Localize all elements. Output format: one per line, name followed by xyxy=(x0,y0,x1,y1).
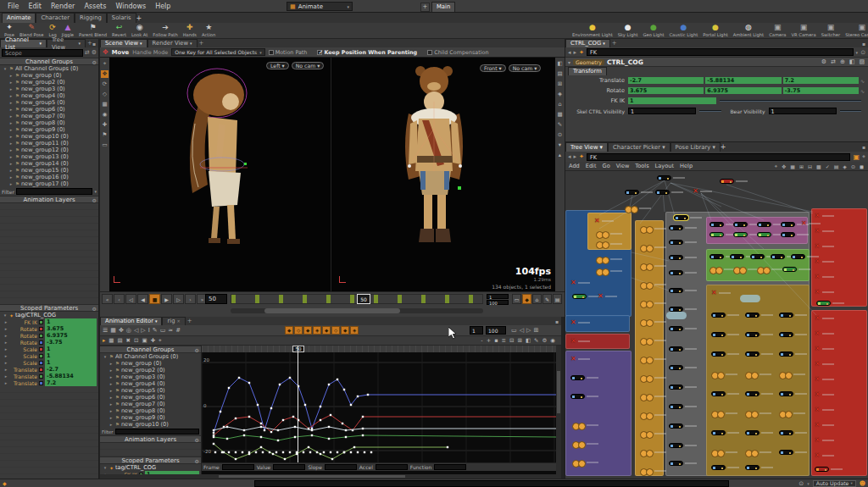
anim-view-icon[interactable]: ⊞ xyxy=(532,327,539,334)
parameter-value-field[interactable]: 6.9375 xyxy=(45,332,97,339)
network-node[interactable] xyxy=(669,384,697,390)
network-node[interactable] xyxy=(669,254,697,261)
key-field-input[interactable] xyxy=(222,464,254,470)
channel-group-row[interactable]: ▸⚑new_group7 (0) xyxy=(100,401,201,407)
params-header-icon[interactable]: ◧ xyxy=(849,58,856,65)
playbar-option-button[interactable]: ✎ xyxy=(542,294,552,304)
shelf-tool-follow-path[interactable]: ➔Follow Path xyxy=(150,24,180,37)
net-toolbar-icon[interactable]: ◈ xyxy=(842,163,848,169)
anim-edit-icon[interactable]: ▤ xyxy=(116,337,123,344)
expand-icon[interactable]: ▸ xyxy=(8,134,14,139)
shelf-tool-hands[interactable]: ✚Hands xyxy=(181,24,199,37)
network-node[interactable] xyxy=(669,239,697,246)
timeline-scrollbar[interactable] xyxy=(231,308,483,313)
network-node[interactable] xyxy=(745,464,773,471)
network-node[interactable] xyxy=(779,390,807,397)
key-field-input[interactable] xyxy=(325,464,357,470)
net-menu-add[interactable]: Add xyxy=(569,163,580,169)
expand-icon[interactable]: ▸ xyxy=(8,107,14,112)
expand-icon[interactable]: ▸ xyxy=(8,127,14,132)
scoped-path-row[interactable]: ▾✦ tag/CTRL_COG xyxy=(0,312,98,318)
params-header-icon[interactable]: ⚙ xyxy=(821,58,827,65)
viewport-tool-icon[interactable]: ⊞ xyxy=(556,80,564,88)
chevron-down-icon[interactable]: ▾ xyxy=(856,50,859,55)
add-scene-tab-button[interactable]: + xyxy=(420,3,430,12)
shelf-tool-ambient-light[interactable]: ◍Ambient Light xyxy=(731,24,766,37)
channel-group-row[interactable]: ▸⚑new_group11 (0) xyxy=(0,140,98,147)
network-node[interactable] xyxy=(711,449,737,456)
scoped-parameter-row[interactable]: ▸Translate-2.7 xyxy=(0,366,98,373)
network-node[interactable] xyxy=(572,293,600,300)
expand-icon[interactable]: ▸ xyxy=(8,86,14,91)
scoped-parameter-row[interactable]: ▸Rotate-3.75 xyxy=(0,339,98,346)
anim-tool-icon[interactable]: ≈ xyxy=(167,327,174,334)
skel-visibility-slider[interactable] xyxy=(699,110,721,112)
chevron-down-icon[interactable]: ▾ xyxy=(807,481,810,486)
tab-animation-editor[interactable]: Animation Editor▾ xyxy=(100,317,162,325)
channel-menu-icon[interactable]: ∿ xyxy=(860,88,865,94)
transport-button[interactable]: ■ xyxy=(149,294,160,304)
gear-icon[interactable]: ⚙ xyxy=(92,305,97,313)
rotate-z-field[interactable]: -3.75 xyxy=(783,87,859,94)
viewport-tool-icon[interactable]: ⌖ xyxy=(101,60,108,68)
translate-x-field[interactable]: -2.7 xyxy=(628,77,704,84)
current-frame-field[interactable]: 50 xyxy=(205,294,227,304)
playbar-option-button[interactable]: ▤ xyxy=(553,294,562,304)
tab-tree-view[interactable]: Tree View▾ xyxy=(47,39,86,47)
net-menu-tools[interactable]: Tools xyxy=(635,163,648,169)
network-node[interactable]: ✕ xyxy=(594,218,614,224)
network-node[interactable] xyxy=(669,269,697,276)
keep-position-checkbox[interactable]: Keep Position When Parenting xyxy=(317,49,424,56)
network-node[interactable] xyxy=(596,268,622,274)
network-node[interactable] xyxy=(625,189,653,196)
network-node[interactable]: ✕ xyxy=(815,258,834,265)
expand-icon[interactable]: ▸ xyxy=(3,360,8,365)
anim-display-icon[interactable]: - xyxy=(480,337,483,344)
network-node[interactable] xyxy=(640,300,666,307)
network-node[interactable] xyxy=(572,422,598,429)
camera-menu-button[interactable]: Left ▾ xyxy=(266,62,289,69)
scoped-parameter-row[interactable]: ▸Translate-5.88134 xyxy=(0,373,98,379)
network-node[interactable] xyxy=(782,266,810,273)
channel-group-row[interactable]: ▸⚑new_group5 (0) xyxy=(0,99,98,106)
anim-edit-icon[interactable]: ▣ xyxy=(141,337,147,344)
shelf-tool-stereo-camera[interactable]: ▣Stereo Camera xyxy=(843,24,868,37)
channel-group-row[interactable]: ▸⚑new_group8 (0) xyxy=(0,119,98,126)
playbar-option-button[interactable]: ▭ xyxy=(512,294,521,304)
expand-icon[interactable]: ▸ xyxy=(108,422,114,427)
transport-button[interactable]: ▷ xyxy=(173,294,184,304)
user-icon[interactable]: ☻ xyxy=(860,480,865,487)
range-start-field[interactable]: 1 xyxy=(487,294,509,299)
channel-group-row[interactable]: ▸⚑new_group6 (0) xyxy=(0,106,98,113)
network-node[interactable]: ✕ xyxy=(815,243,834,250)
anim-edit-icon[interactable]: ⊡ xyxy=(133,337,139,344)
expand-icon[interactable]: ▸ xyxy=(8,113,14,119)
tab-channel-list[interactable]: Channel List▾ xyxy=(0,39,47,47)
anim-tool-icon[interactable]: ✎ xyxy=(152,327,159,334)
network-node[interactable] xyxy=(657,174,685,181)
pin-icon[interactable]: ⊙ xyxy=(860,49,865,56)
expand-icon[interactable]: ▸ xyxy=(3,326,8,331)
shelf-tool-parent-blend[interactable]: ⚑Parent Blend xyxy=(76,24,109,37)
anim-edit-icon[interactable]: ⌖ xyxy=(158,337,163,344)
network-node[interactable] xyxy=(709,266,736,273)
parameter-value-field[interactable]: 3.675 xyxy=(45,325,97,332)
anim-display-icon[interactable]: ⊟ xyxy=(509,337,515,344)
network-node[interactable] xyxy=(757,266,783,273)
expand-icon[interactable]: ▸ xyxy=(108,361,114,366)
viewport-tool-icon[interactable]: ⌂ xyxy=(556,101,564,108)
anim-tool-icon[interactable]: I xyxy=(147,327,151,334)
viewport-tool-icon[interactable]: ▤ xyxy=(556,70,564,78)
anim-edit-icon[interactable]: ▸ xyxy=(102,337,106,344)
expand-icon[interactable]: ▸ xyxy=(8,181,14,186)
network-node[interactable]: ✕ xyxy=(815,213,834,219)
key-preset-button[interactable]: ◆ xyxy=(322,326,331,335)
playbar-option-button[interactable]: ◆ xyxy=(522,294,531,304)
viewport-tool-icon[interactable]: ✥ xyxy=(101,70,108,78)
network-node[interactable]: ✕ xyxy=(570,338,590,345)
menu-file[interactable]: File xyxy=(3,3,23,10)
tab-ctrl-cog[interactable]: CTRL_COG▾ xyxy=(565,39,610,47)
network-node[interactable] xyxy=(669,346,697,352)
params-header-icon[interactable]: ⊕ xyxy=(839,58,846,65)
channel-group-row[interactable]: ▸⚑new_group (0) xyxy=(100,360,201,367)
